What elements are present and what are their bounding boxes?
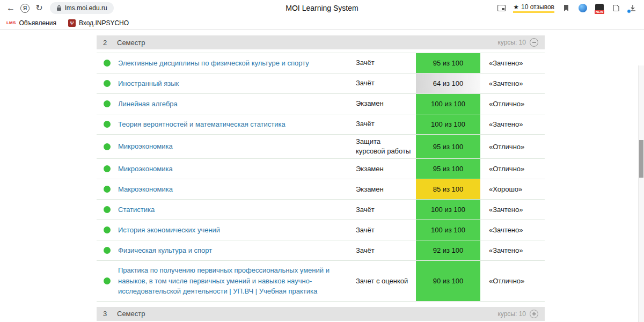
bookmarks-bar: LMS Объявления Ψ Вход.INPSYCHO bbox=[0, 16, 644, 30]
reviews-widget[interactable]: ★ 10 отзывов bbox=[513, 4, 554, 13]
course-row: Иностранный язык Зачёт 64 из 100 «Зачтен… bbox=[97, 74, 545, 94]
grade-text: «Зачтено» bbox=[480, 206, 545, 214]
status-dot-icon bbox=[104, 165, 111, 172]
course-link[interactable]: Линейная алгебра bbox=[118, 94, 356, 114]
semester-number: 3 bbox=[103, 310, 117, 318]
yandex-icon[interactable]: Я bbox=[20, 4, 30, 13]
status-dot-icon bbox=[104, 277, 111, 284]
course-link[interactable]: Микроэкономика bbox=[118, 159, 356, 179]
semester-controls: курсы: 10 bbox=[497, 38, 538, 47]
grade-text: «Зачтено» bbox=[480, 226, 545, 234]
course-link[interactable]: История экономических учений bbox=[118, 221, 356, 240]
browser-logo bbox=[579, 4, 587, 12]
assessment-type: Зачёт bbox=[356, 117, 416, 131]
course-row: Теория вероятностей и математическая ста… bbox=[97, 114, 545, 135]
status-dot-icon bbox=[104, 247, 111, 254]
score-badge: 90 из 100 bbox=[416, 261, 480, 301]
course-row: История экономических учений Зачёт 100 и… bbox=[97, 220, 545, 240]
assessment-type: Экзамен bbox=[356, 162, 416, 176]
star-icon: ★ bbox=[513, 4, 519, 10]
grade-text: «Отлично» bbox=[480, 165, 545, 173]
page-title: MOI Learning System bbox=[286, 4, 358, 12]
lms-favicon: LMS bbox=[6, 20, 16, 25]
semester-2-header: 2 Семестр курсы: 10 bbox=[97, 35, 545, 49]
kinopoisk-icon[interactable]: NEW bbox=[595, 3, 604, 13]
toolbar-right: ★ 10 отзывов NEW bbox=[496, 3, 639, 13]
assessment-type: Зачет с оценкой bbox=[356, 274, 416, 288]
assessment-type: Зачёт bbox=[356, 76, 416, 90]
course-link[interactable]: Макроэкономика bbox=[118, 180, 356, 199]
expand-icon[interactable] bbox=[530, 310, 538, 318]
grade-text: «Отлично» bbox=[480, 277, 545, 285]
course-row: Практика по получению первичных професси… bbox=[97, 261, 545, 302]
score-badge: 85 из 100 bbox=[416, 179, 480, 199]
assessment-type: Зачёт bbox=[356, 223, 416, 237]
status-dot-icon bbox=[104, 80, 111, 87]
grade-text: «Отлично» bbox=[480, 143, 545, 151]
course-link[interactable]: Микроэкономика bbox=[118, 137, 356, 156]
grade-text: «Зачтено» bbox=[480, 120, 545, 128]
semester-label: Семестр bbox=[117, 39, 145, 47]
course-row: Физическая культура и спорт Зачёт 92 из … bbox=[97, 240, 545, 261]
course-link[interactable]: Теория вероятностей и математическая ста… bbox=[118, 115, 356, 134]
collapse-icon[interactable] bbox=[530, 38, 538, 47]
score-badge: 100 из 100 bbox=[416, 114, 480, 134]
grade-text: «Хорошо» bbox=[480, 185, 545, 193]
bookmark-flag-icon[interactable] bbox=[561, 3, 571, 13]
grade-text: «Зачтено» bbox=[480, 246, 545, 254]
page-content: 2 Семестр курсы: 10 Элективные дисциплин… bbox=[0, 35, 644, 322]
courses-count: курсы: 10 bbox=[497, 310, 526, 318]
status-dot-icon bbox=[104, 206, 111, 213]
panel-icon[interactable] bbox=[496, 3, 506, 13]
score-badge: 64 из 100 bbox=[416, 74, 480, 93]
address-bar[interactable]: lms.moi.edu.ru bbox=[50, 2, 114, 14]
bookmark-item-inpsycho[interactable]: Ψ Вход.INPSYCHO bbox=[68, 19, 129, 27]
course-rows: Элективные дисциплины по физической куль… bbox=[97, 53, 545, 302]
assessment-type: Защита курсовой работы bbox=[356, 135, 416, 158]
semester-3-header: 3 Семестр курсы: 10 bbox=[97, 307, 545, 321]
assessment-type: Зачёт bbox=[356, 203, 416, 217]
bookmark-item-lms[interactable]: LMS Объявления bbox=[6, 19, 56, 27]
status-dot-icon bbox=[104, 121, 111, 128]
course-row: Микроэкономика Защита курсовой работы 95… bbox=[97, 135, 545, 159]
bookmark-label: Вход.INPSYCHO bbox=[79, 19, 129, 27]
grades-table: 2 Семестр курсы: 10 Элективные дисциплин… bbox=[97, 35, 545, 321]
inpsycho-favicon: Ψ bbox=[68, 19, 76, 27]
course-link[interactable]: Элективные дисциплины по физической куль… bbox=[118, 54, 356, 73]
downloads-icon[interactable] bbox=[628, 3, 638, 13]
collections-icon[interactable] bbox=[611, 3, 621, 13]
url-text: lms.moi.edu.ru bbox=[65, 4, 107, 12]
score-badge: 100 из 100 bbox=[416, 200, 480, 219]
course-link[interactable]: Иностранный язык bbox=[118, 74, 356, 93]
course-link[interactable]: Статистика bbox=[118, 200, 356, 219]
assessment-type: Зачёт bbox=[356, 244, 416, 258]
status-dot-icon bbox=[104, 143, 111, 150]
grade-text: «Зачтено» bbox=[480, 79, 545, 87]
back-icon[interactable]: ← bbox=[5, 4, 16, 12]
grade-text: «Зачтено» bbox=[480, 59, 545, 67]
status-dot-icon bbox=[104, 60, 111, 67]
download-badge bbox=[627, 9, 631, 13]
scrollbar-thumb[interactable] bbox=[639, 140, 643, 178]
course-link[interactable]: Физическая культура и спорт bbox=[118, 241, 356, 260]
score-badge: 95 из 100 bbox=[416, 135, 480, 158]
course-row: Линейная алгебра Экзамен 100 из 100 «Отл… bbox=[97, 94, 545, 114]
course-link[interactable]: Практика по получению первичных професси… bbox=[118, 261, 356, 301]
assessment-type: Зачёт bbox=[356, 56, 416, 70]
lock-icon bbox=[56, 5, 62, 11]
grade-text: «Отлично» bbox=[480, 100, 545, 108]
reviews-count: 10 отзывов bbox=[521, 4, 554, 10]
status-dot-icon bbox=[104, 100, 111, 107]
status-dot-icon bbox=[104, 226, 111, 233]
bookmark-label: Объявления bbox=[19, 19, 56, 27]
score-badge: 95 из 100 bbox=[416, 53, 480, 73]
assessment-type: Экзамен bbox=[356, 97, 416, 111]
score-badge: 95 из 100 bbox=[416, 159, 480, 179]
scrollbar[interactable] bbox=[638, 65, 644, 322]
refresh-icon[interactable]: ↻ bbox=[34, 4, 45, 12]
browser-update-icon[interactable] bbox=[578, 3, 588, 13]
courses-count: курсы: 10 bbox=[497, 39, 526, 46]
course-row: Макроэкономика Экзамен 85 из 100 «Хорошо… bbox=[97, 179, 545, 200]
semester-controls: курсы: 10 bbox=[497, 310, 538, 318]
course-row: Статистика Зачёт 100 из 100 «Зачтено» bbox=[97, 200, 545, 220]
